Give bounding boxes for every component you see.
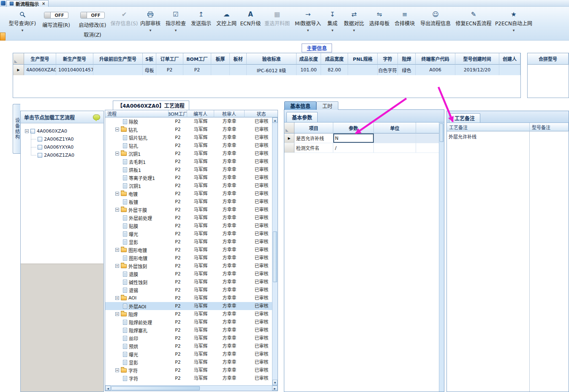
- collapse-icon[interactable]: [115, 312, 119, 316]
- scrollbar-thumb[interactable]: [111, 386, 200, 390]
- collapse-icon[interactable]: [115, 128, 119, 131]
- process-row[interactable]: 显影P2马军辉方幸幸已审核: [105, 358, 278, 366]
- process-row[interactable]: 铝片钻孔P2马军辉方幸幸已审核: [105, 133, 278, 142]
- column-header[interactable]: 新生产型号: [56, 53, 93, 65]
- column-header[interactable]: 成品长度: [297, 53, 321, 65]
- toolbar-button-integrate[interactable]: ↧集成▼: [324, 10, 341, 32]
- dropdown-arrow-icon[interactable]: ▼: [332, 29, 334, 32]
- row-selector[interactable]: ▶: [284, 133, 294, 143]
- column-header[interactable]: 型号创建时间: [455, 53, 499, 65]
- parameter-row[interactable]: ▶是否允许补线N: [284, 133, 444, 143]
- process-row[interactable]: 板镀P2马军辉方幸幸已审核: [105, 198, 278, 206]
- scrollbar-thumb[interactable]: [440, 123, 444, 142]
- sidebar-tab-device-structure[interactable]: 设备结构: [13, 104, 20, 154]
- column-header[interactable]: 工艺备注: [447, 123, 530, 131]
- toolbar-button-search[interactable]: 型号查询(F)▼: [7, 10, 38, 32]
- process-row[interactable]: 去毛刺1P2马军辉方幸幸已审核: [105, 158, 278, 166]
- process-row[interactable]: 外层AOIP2马军辉方幸幸已审核: [105, 302, 278, 310]
- toolbar-button-repair[interactable]: ✎修复ECN丢流程: [454, 10, 493, 27]
- row-selector[interactable]: [284, 143, 294, 152]
- process-row[interactable]: 贴膜P2马军辉方幸幸已审核: [105, 222, 278, 230]
- column-header[interactable]: 升级前旧生产型号: [93, 53, 143, 65]
- toolbar-button-printer[interactable]: 内部审核▼: [138, 10, 163, 32]
- column-header[interactable]: 板材: [230, 53, 247, 65]
- scroll-up-button[interactable]: ▲: [272, 117, 278, 123]
- toolbar-button-export-smiley[interactable]: ☺导出流程信息: [417, 10, 454, 27]
- process-row[interactable]: 碱性蚀刻P2马军辉方幸幸已审核: [105, 278, 278, 286]
- column-header[interactable]: 订单工厂: [156, 53, 183, 65]
- column-header[interactable]: 单位: [374, 122, 416, 133]
- subtab-basic-params[interactable]: 基本参数: [286, 112, 318, 122]
- scroll-right-button[interactable]: ▶: [272, 386, 278, 391]
- column-header[interactable]: BOM工厂: [183, 53, 211, 65]
- scroll-left-button[interactable]: ◀: [105, 386, 111, 391]
- toolbar-button-send[interactable]: ↥发送指示: [188, 10, 214, 27]
- process-row[interactable]: 字符P2马军辉方幸幸已审核: [105, 374, 278, 382]
- column-header[interactable]: 验收标准: [247, 53, 297, 65]
- select-all-corner[interactable]: [284, 122, 294, 133]
- process-row[interactable]: AOIP2马军辉方幸幸已审核: [105, 294, 278, 302]
- process-row[interactable]: 外层干膜P2马军辉方幸幸已审核: [105, 206, 278, 214]
- column-header[interactable]: 创建人: [499, 53, 520, 65]
- process-row[interactable]: 显影P2马军辉方幸幸已审核: [105, 238, 278, 246]
- column-header[interactable]: 编写人: [187, 110, 214, 117]
- collapse-icon[interactable]: [115, 296, 119, 300]
- column-header[interactable]: 参数: [333, 122, 374, 133]
- scrollbar-thumb[interactable]: [273, 231, 277, 282]
- column-header[interactable]: 流程: [105, 110, 169, 117]
- column-header[interactable]: 合拼型号: [528, 53, 569, 65]
- toolbar-button-import[interactable]: →MI数据导入▼: [292, 10, 324, 32]
- collapse-icon[interactable]: [115, 368, 119, 372]
- parameter-value-cell[interactable]: /: [333, 143, 374, 152]
- select-all-corner[interactable]: [13, 53, 24, 65]
- vertical-scrollbar[interactable]: ▲ ▼: [272, 117, 278, 385]
- process-note-cell[interactable]: 外层允许补线: [447, 131, 530, 392]
- process-row[interactable]: 除胶P2马军辉方幸幸已审核: [105, 117, 278, 125]
- toolbar-button-label[interactable]: 编写流程(R): [42, 21, 70, 28]
- parameter-row[interactable]: 检测文件名/: [284, 143, 444, 153]
- process-row[interactable]: 外层蚀刻P2马军辉方幸幸已审核: [105, 262, 278, 270]
- collapse-icon[interactable]: [115, 208, 119, 212]
- collapse-icon[interactable]: [115, 248, 119, 252]
- column-header[interactable]: 核审人: [214, 110, 245, 117]
- toolbar-button-label[interactable]: 启动修改(E): [79, 21, 106, 28]
- vertical-scrollbar[interactable]: [439, 122, 444, 392]
- column-header[interactable]: PNL规格: [348, 53, 378, 65]
- process-row[interactable]: 外层前处理P2马军辉方幸幸已审核: [105, 214, 278, 222]
- off-toggle-switch[interactable]: OFF: [44, 12, 68, 19]
- process-row[interactable]: 等离子处理1P2马军辉方幸幸已审核: [105, 174, 278, 182]
- collapse-icon[interactable]: [115, 152, 119, 155]
- toolbar-button-label[interactable]: 取消(Z): [84, 31, 101, 38]
- process-row[interactable]: 烘板1P2马军辉方幸幸已审核: [105, 166, 278, 174]
- process-row[interactable]: 曝光P2马军辉方幸幸已审核: [105, 230, 278, 238]
- tree-node[interactable]: 2A006Z1ZA0: [21, 151, 103, 159]
- close-tab-icon[interactable]: ×: [42, 1, 45, 6]
- process-row[interactable]: 钻孔P2马军辉方幸幸已审核: [105, 125, 278, 133]
- toolbar-button-cloud-upload[interactable]: ☁文控上网: [214, 10, 239, 27]
- dropdown-arrow-icon[interactable]: ▼: [22, 29, 24, 32]
- off-toggle-switch[interactable]: OFF: [80, 12, 105, 19]
- tab-work-hours[interactable]: 工时: [316, 101, 338, 110]
- tab-basic-info[interactable]: 基本信息: [284, 101, 316, 110]
- process-row[interactable]: 电镀P2马军辉方幸幸已审核: [105, 190, 278, 198]
- toolbar-button-select-board[interactable]: ⇋选择母板: [367, 10, 392, 27]
- column-header[interactable]: 生产型号: [24, 53, 56, 65]
- horizontal-scrollbar[interactable]: ◀ ▶: [105, 385, 278, 391]
- model-note-cell[interactable]: [530, 131, 569, 392]
- process-row[interactable]: 图形电镀P2马军辉方幸幸已审核: [105, 254, 278, 262]
- toolbar-button-ecn-upgrade[interactable]: AECN升级: [239, 10, 262, 27]
- column-header[interactable]: 项目: [294, 122, 333, 133]
- column-header[interactable]: BOM工厂: [169, 110, 187, 117]
- column-header[interactable]: 板厚: [211, 53, 230, 65]
- main-table-row[interactable]: ▶4A0060XZA010010400145732母板P2P2IPC-6012 …: [13, 65, 520, 75]
- process-row[interactable]: 钻孔P2马军辉方幸幸已审核: [105, 142, 278, 150]
- toolbar-button-checkbox[interactable]: ☑指示检查▼: [163, 10, 188, 32]
- dropdown-arrow-icon[interactable]: ▼: [175, 29, 177, 32]
- column-header[interactable]: 成品宽度: [321, 53, 348, 65]
- process-row[interactable]: 曝光P2马军辉方幸幸已审核: [105, 350, 278, 358]
- process-row[interactable]: 退膜P2马军辉方幸幸已审核: [105, 270, 278, 278]
- document-tab[interactable]: 新流程指示 ×: [6, 0, 49, 7]
- process-row[interactable]: 丝印P2马军辉方幸幸已审核: [105, 334, 278, 342]
- process-row[interactable]: 图形电镀P2马军辉方幸幸已审核: [105, 246, 278, 254]
- subtab-process-notes[interactable]: 工艺备注: [449, 113, 480, 122]
